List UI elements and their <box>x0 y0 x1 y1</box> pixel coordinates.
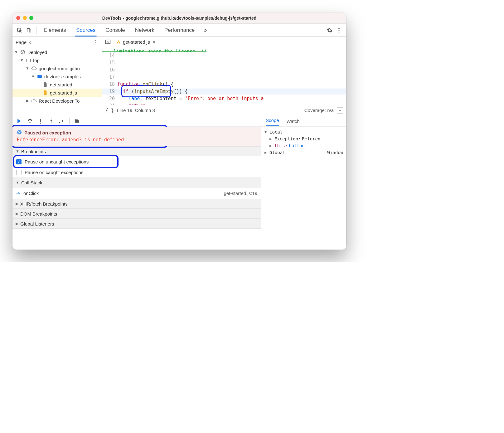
folder-icon <box>37 74 42 79</box>
document-icon <box>42 82 48 87</box>
scope-this[interactable]: ▶this: button <box>263 142 345 149</box>
svg-point-11 <box>59 122 60 123</box>
scope-global[interactable]: ▶GlobalWindow <box>263 149 345 156</box>
file-tree: ▼ Deployed ▼ top ▼ googlechrome.githu ▼ <box>12 48 102 115</box>
main-toolbar: Elements Sources Console Network Perform… <box>12 24 346 37</box>
close-tab-button[interactable]: × <box>153 39 155 45</box>
scope-local[interactable]: ▼Local <box>263 129 345 135</box>
gear-icon[interactable] <box>326 26 334 34</box>
tree-top[interactable]: ▼ top <box>12 56 102 64</box>
line-gutter: 14 15 16 17 18 19 20 21 <box>102 48 117 105</box>
editor-pane: get-started.js × limitations under the L… <box>102 37 346 115</box>
toggle-navigator-icon[interactable] <box>105 39 112 46</box>
navigator-pane: Page » ⋮ ▼ Deployed ▼ top ▼ <box>12 37 102 115</box>
pause-uncaught-row[interactable]: ✓ Pause on uncaught exceptions <box>12 156 261 167</box>
svg-point-1 <box>338 30 339 31</box>
deactivate-breakpoints-button[interactable] <box>73 117 81 125</box>
cloud-icon <box>31 98 37 104</box>
pretty-print-button[interactable]: { } <box>105 108 114 113</box>
scope-pane: Scope Watch ▼Local ▶Exception: Referen ▶… <box>261 115 346 250</box>
close-window-button[interactable] <box>16 16 20 20</box>
svg-rect-6 <box>118 43 119 43</box>
svg-point-0 <box>338 28 339 29</box>
editor-tab[interactable]: get-started.js × <box>115 37 157 48</box>
tab-elements[interactable]: Elements <box>40 24 70 36</box>
current-frame-icon: ➔ <box>16 190 20 196</box>
debugger-toolbar <box>12 115 261 127</box>
step-into-button[interactable] <box>36 117 45 125</box>
inspect-icon[interactable] <box>16 26 24 34</box>
device-toggle-icon[interactable] <box>25 26 33 34</box>
tab-performance[interactable]: Performance <box>160 24 199 36</box>
svg-point-9 <box>40 123 41 124</box>
svg-rect-5 <box>118 42 119 43</box>
tab-console[interactable]: Console <box>101 24 129 36</box>
pause-title: Paused on exception <box>24 130 71 135</box>
tab-watch[interactable]: Watch <box>287 119 300 126</box>
js-file-icon <box>42 90 48 95</box>
warning-icon <box>116 40 121 45</box>
breakpoints-header[interactable]: ▼Breakpoints <box>12 146 261 156</box>
more-tabs-button[interactable]: » <box>200 27 210 34</box>
scope-exception[interactable]: ▶Exception: Referen <box>263 135 345 142</box>
tree-file-html[interactable]: ▶ get-started <box>12 80 102 89</box>
tab-network[interactable]: Network <box>131 24 159 36</box>
tab-sources[interactable]: Sources <box>72 24 100 36</box>
checkbox-checked-icon[interactable]: ✓ <box>16 159 22 164</box>
window-controls <box>16 16 33 20</box>
tree-deployed[interactable]: ▼ Deployed <box>12 48 102 56</box>
coverage-label: Coverage: n/a <box>304 108 334 113</box>
titlebar: DevTools - googlechrome.github.io/devtoo… <box>12 12 346 24</box>
step-out-button[interactable] <box>47 117 56 125</box>
window-title: DevTools - googlechrome.github.io/devtoo… <box>12 16 346 21</box>
navigator-more-tabs[interactable]: » <box>28 39 32 46</box>
step-button[interactable] <box>57 117 66 125</box>
pause-message: Paused on exception ReferenceError: adde… <box>12 127 261 146</box>
resume-button[interactable] <box>15 117 24 125</box>
tree-react-ext[interactable]: ▶ React Developer To <box>12 97 102 105</box>
callstack-frame[interactable]: ➔ onClick get-started.js:19 <box>12 187 261 199</box>
code-lines: function onClick() { if (inputsAreEmpty(… <box>117 48 346 105</box>
svg-rect-7 <box>17 119 18 123</box>
error-icon <box>17 130 22 136</box>
coverage-dropdown-icon[interactable]: ▾ <box>337 107 343 114</box>
tab-scope[interactable]: Scope <box>266 118 279 126</box>
pause-detail: ReferenceError: addend3 is not defined <box>17 137 257 143</box>
pause-caught-row[interactable]: Pause on caught exceptions <box>12 167 261 178</box>
zoom-window-button[interactable] <box>29 16 33 20</box>
devtools-window: DevTools - googlechrome.github.io/devtoo… <box>12 12 346 250</box>
callstack-header[interactable]: ▼Call Stack <box>12 178 261 187</box>
navigator-menu-icon[interactable]: ⋮ <box>93 39 99 46</box>
global-listeners-header[interactable]: ▶Global Listeners <box>12 219 261 229</box>
navigator-tab-page[interactable]: Page <box>16 40 27 45</box>
editor-status-bar: { } Line 19, Column 3 Coverage: n/a ▾ <box>102 105 346 115</box>
dom-breakpoints-header[interactable]: ▶DOM Breakpoints <box>12 209 261 219</box>
svg-point-2 <box>338 32 339 32</box>
svg-point-10 <box>51 118 51 119</box>
debugger-pane: Paused on exception ReferenceError: adde… <box>12 115 261 250</box>
tree-file-js[interactable]: ▶ get-started.js <box>12 89 102 97</box>
kebab-menu-icon[interactable] <box>335 26 343 34</box>
xhr-breakpoints-header[interactable]: ▶XHR/fetch Breakpoints <box>12 199 261 209</box>
frame-icon <box>26 57 31 63</box>
step-over-button[interactable] <box>26 117 34 125</box>
cursor-position: Line 19, Column 3 <box>117 108 155 113</box>
tree-folder[interactable]: ▼ devtools-samples <box>12 72 102 80</box>
tree-domain[interactable]: ▼ googlechrome.githu <box>12 64 102 72</box>
editor-tab-label: get-started.js <box>123 39 150 45</box>
cloud-icon <box>31 66 37 71</box>
toolbar-separator <box>36 27 36 34</box>
cube-icon <box>20 49 26 55</box>
svg-point-8 <box>29 122 30 123</box>
code-editor[interactable]: limitations under the License. */ 14 15 … <box>102 48 346 105</box>
minimize-window-button[interactable] <box>23 16 27 20</box>
checkbox-unchecked-icon[interactable] <box>16 170 22 175</box>
